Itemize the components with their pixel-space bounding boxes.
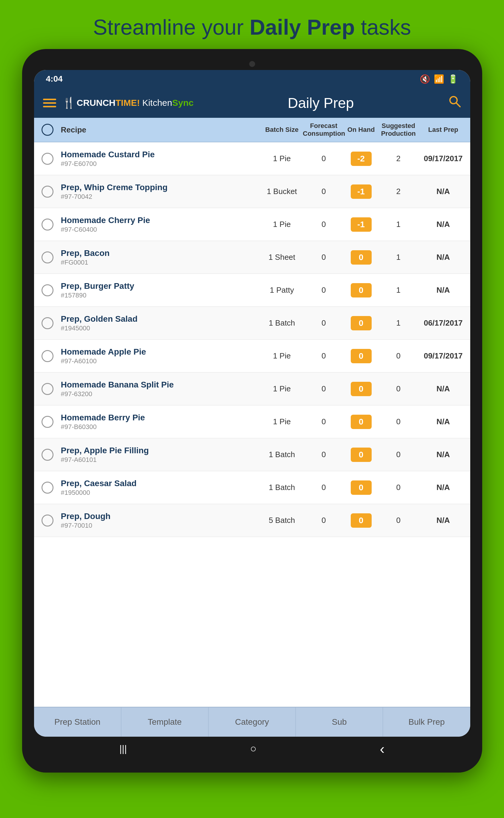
table-row[interactable]: Homemade Banana Split Pie #97-63200 1 Pi… [34, 373, 470, 405]
hamburger-menu-button[interactable] [43, 99, 56, 107]
on-hand-badge-6: 0 [351, 349, 372, 363]
row-checkbox-10[interactable] [37, 482, 58, 494]
forecast-7: 0 [303, 384, 345, 393]
last-prep-0: 09/17/2017 [419, 154, 467, 163]
header-checkbox[interactable] [37, 124, 58, 136]
tagline: Streamline your Daily Prep tasks [0, 0, 504, 49]
forecast-4: 0 [303, 286, 345, 295]
table-row[interactable]: Homemade Apple Pie #97-A60100 1 Pie 0 0 … [34, 340, 470, 373]
row-checkbox-5[interactable] [37, 317, 58, 329]
suggested-3: 1 [378, 253, 419, 262]
recipe-id-3: #FG0001 [61, 259, 261, 267]
back-button[interactable]: ‹ [380, 741, 384, 757]
on-hand-badge-9: 0 [351, 448, 372, 462]
last-prep-3: N/A [419, 253, 467, 262]
row-checkbox-6[interactable] [37, 350, 58, 362]
recipe-info-11: Prep, Dough #97-70010 [58, 511, 261, 529]
logo-sync: Sync [172, 98, 194, 108]
row-checkbox-4[interactable] [37, 284, 58, 296]
on-hand-7: 0 [345, 382, 378, 396]
table-header: Recipe Batch Size Forecast Consumption O… [34, 118, 470, 142]
recipe-info-6: Homemade Apple Pie #97-A60100 [58, 347, 261, 365]
search-button[interactable] [448, 95, 461, 111]
on-hand-badge-3: 0 [351, 250, 372, 265]
tagline-suffix: tasks [355, 15, 411, 39]
last-prep-5: 06/17/2017 [419, 318, 467, 328]
batch-size-10: 1 Batch [261, 483, 303, 492]
nav-item-category[interactable]: Category [209, 707, 296, 737]
recipe-name-9: Prep, Apple Pie Filling [61, 446, 261, 455]
forecast-11: 0 [303, 516, 345, 525]
table-row[interactable]: Prep, Burger Patty #157890 1 Patty 0 0 1… [34, 274, 470, 307]
forecast-8: 0 [303, 417, 345, 426]
recipe-name-1: Prep, Whip Creme Topping [61, 183, 261, 192]
on-hand-badge-0: -2 [351, 151, 372, 166]
batch-size-3: 1 Sheet [261, 253, 303, 262]
recipe-name-0: Homemade Custard Pie [61, 150, 261, 159]
last-prep-6: 09/17/2017 [419, 351, 467, 361]
suggested-10: 0 [378, 483, 419, 492]
table-row[interactable]: Homemade Cherry Pie #97-C60400 1 Pie 0 -… [34, 208, 470, 241]
suggested-6: 0 [378, 351, 419, 361]
logo-time: TIME! [116, 98, 140, 108]
table-row[interactable]: Prep, Whip Creme Topping #97-70042 1 Buc… [34, 175, 470, 208]
table-row[interactable]: Prep, Caesar Salad #1950000 1 Batch 0 0 … [34, 471, 470, 504]
last-prep-11: N/A [419, 516, 467, 525]
batch-size-1: 1 Bucket [261, 187, 303, 196]
on-hand-badge-7: 0 [351, 382, 372, 396]
suggested-4: 1 [378, 286, 419, 295]
on-hand-11: 0 [345, 513, 378, 528]
row-checkbox-2[interactable] [37, 219, 58, 231]
row-checkbox-1[interactable] [37, 186, 58, 197]
column-batch-size: Batch Size [261, 126, 303, 134]
on-hand-0: -2 [345, 151, 378, 166]
nav-item-bulk-prep[interactable]: Bulk Prep [383, 707, 470, 737]
home-button[interactable]: ○ [250, 742, 257, 755]
table-row[interactable]: Homemade Custard Pie #97-E60700 1 Pie 0 … [34, 142, 470, 175]
svg-line-1 [456, 103, 460, 107]
logo-crunch: CRUNCH [77, 98, 116, 108]
nav-item-sub[interactable]: Sub [296, 707, 383, 737]
table-row[interactable]: Prep, Dough #97-70010 5 Batch 0 0 0 N/A [34, 504, 470, 537]
suggested-11: 0 [378, 516, 419, 525]
recipe-id-10: #1950000 [61, 489, 261, 497]
recipe-name-2: Homemade Cherry Pie [61, 216, 261, 225]
suggested-1: 2 [378, 187, 419, 196]
nav-item-prep-station[interactable]: Prep Station [34, 707, 121, 737]
on-hand-9: 0 [345, 448, 378, 462]
forecast-2: 0 [303, 220, 345, 229]
recipe-id-4: #157890 [61, 292, 261, 299]
on-hand-1: -1 [345, 184, 378, 199]
row-checkbox-8[interactable] [37, 416, 58, 428]
nav-item-template[interactable]: Template [121, 707, 209, 737]
suggested-9: 0 [378, 450, 419, 459]
app-logo: 🍴 CRUNCH TIME! KitchenSync [62, 96, 194, 109]
wifi-icon: 📶 [434, 74, 444, 84]
row-checkbox-7[interactable] [37, 383, 58, 395]
column-forecast: Forecast Consumption [303, 122, 345, 137]
row-checkbox-0[interactable] [37, 153, 58, 165]
table-row[interactable]: Prep, Golden Salad #1945000 1 Batch 0 0 … [34, 307, 470, 340]
recipe-id-5: #1945000 [61, 324, 261, 332]
row-checkbox-11[interactable] [37, 514, 58, 526]
on-hand-badge-11: 0 [351, 513, 372, 528]
on-hand-4: 0 [345, 283, 378, 298]
recipe-info-9: Prep, Apple Pie Filling #97-A60101 [58, 446, 261, 464]
batch-size-9: 1 Batch [261, 450, 303, 459]
suggested-8: 0 [378, 417, 419, 426]
on-hand-badge-1: -1 [351, 184, 372, 199]
battery-icon: 🔋 [448, 74, 458, 84]
table-row[interactable]: Homemade Berry Pie #97-B60300 1 Pie 0 0 … [34, 405, 470, 438]
recent-apps-button[interactable]: ||| [120, 743, 127, 754]
table-row[interactable]: Prep, Apple Pie Filling #97-A60101 1 Bat… [34, 438, 470, 471]
tablet-device: 4:04 🔇 📶 🔋 🍴 CRUNCH TIME! KitchenSync Da… [22, 49, 482, 773]
recipe-name-6: Homemade Apple Pie [61, 347, 261, 357]
table-row[interactable]: Prep, Bacon #FG0001 1 Sheet 0 0 1 N/A [34, 241, 470, 274]
row-checkbox-3[interactable] [37, 252, 58, 264]
recipe-id-8: #97-B60300 [61, 423, 261, 431]
row-checkbox-9[interactable] [37, 449, 58, 461]
forecast-0: 0 [303, 154, 345, 163]
select-all-checkbox[interactable] [42, 124, 53, 136]
suggested-5: 1 [378, 318, 419, 328]
recipe-info-3: Prep, Bacon #FG0001 [58, 249, 261, 267]
